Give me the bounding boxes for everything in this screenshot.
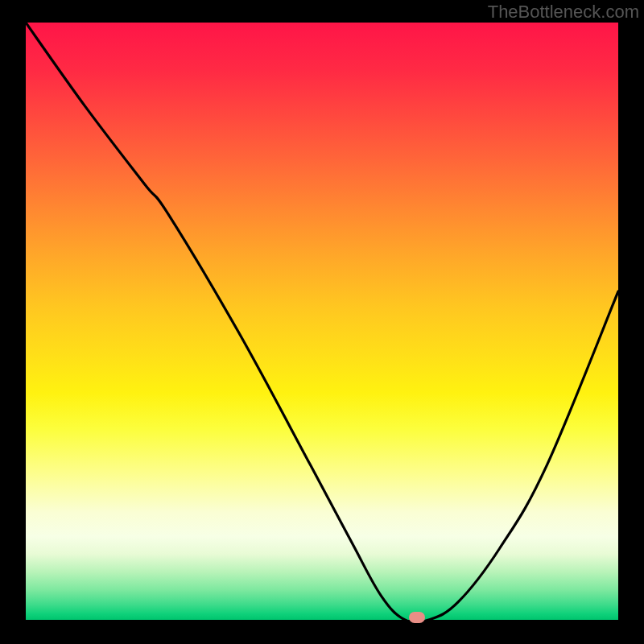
- bottleneck-curve-path: [26, 23, 618, 620]
- curve-svg: [26, 23, 618, 620]
- plot-area: [26, 23, 618, 620]
- optimal-marker: [409, 612, 425, 623]
- chart-frame: TheBottleneck.com: [0, 0, 644, 644]
- watermark-label: TheBottleneck.com: [488, 2, 639, 23]
